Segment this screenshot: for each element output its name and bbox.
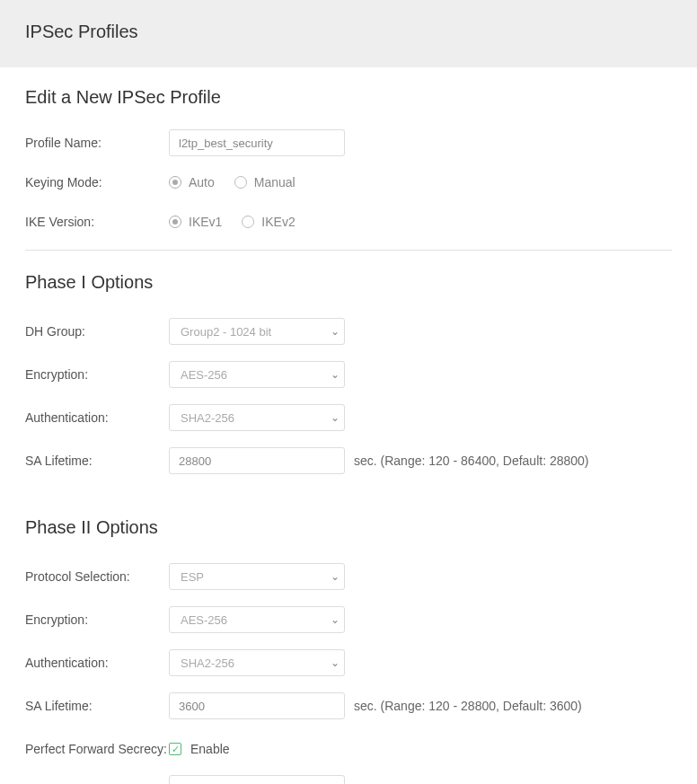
phase1-auth-value: SHA2-256 bbox=[181, 411, 234, 425]
keying-auto-label: Auto bbox=[189, 175, 215, 189]
phase1-title: Phase I Options bbox=[25, 272, 672, 293]
phase2-auth-value: SHA2-256 bbox=[181, 656, 234, 670]
ike-version-label: IKE Version: bbox=[25, 214, 169, 231]
radio-selected-icon bbox=[169, 176, 181, 189]
phase2-enc-value: AES-256 bbox=[181, 613, 227, 627]
phase1-enc-select[interactable]: AES-256 ⌄ bbox=[169, 361, 345, 388]
profile-name-input[interactable] bbox=[169, 129, 345, 156]
phase1-dh-label: DH Group: bbox=[25, 323, 169, 340]
phase1-auth-select[interactable]: SHA2-256 ⌄ bbox=[169, 404, 345, 431]
phase2-proto-label: Protocol Selection: bbox=[25, 568, 169, 586]
radio-unselected-icon bbox=[242, 216, 254, 228]
keying-mode-manual-radio[interactable]: Manual bbox=[234, 175, 296, 189]
ike-v1-radio[interactable]: IKEv1 bbox=[169, 215, 222, 229]
ike-v2-radio[interactable]: IKEv2 bbox=[242, 215, 295, 229]
phase1-auth-label: Authentication: bbox=[25, 410, 169, 427]
phase2-sa-label: SA Lifetime: bbox=[25, 698, 169, 715]
phase2-pfs-label: Perfect Forward Secrecy: bbox=[25, 741, 169, 758]
page-header: IPSec Profiles bbox=[0, 0, 697, 67]
ike-v2-label: IKEv2 bbox=[261, 215, 295, 229]
keying-mode-label: Keying Mode: bbox=[25, 174, 169, 191]
radio-unselected-icon bbox=[234, 176, 247, 189]
phase2-proto-value: ESP bbox=[181, 570, 204, 584]
phase2-sa-input[interactable] bbox=[169, 692, 345, 719]
divider bbox=[25, 250, 672, 251]
phase2-enc-label: Encryption: bbox=[25, 612, 169, 629]
radio-selected-icon bbox=[169, 216, 181, 228]
phase2-proto-select[interactable]: ESP ⌄ bbox=[169, 563, 345, 590]
phase1-sa-hint: sec. (Range: 120 - 86400, Default: 28800… bbox=[354, 454, 589, 468]
phase1-enc-value: AES-256 bbox=[181, 368, 227, 382]
keying-manual-label: Manual bbox=[254, 175, 296, 189]
check-icon: ✓ bbox=[172, 744, 180, 754]
phase1-dh-select[interactable]: Group2 - 1024 bit ⌄ bbox=[169, 318, 345, 345]
edit-section-title: Edit a New IPSec Profile bbox=[25, 87, 672, 108]
keying-mode-auto-radio[interactable]: Auto bbox=[169, 175, 215, 189]
pfs-enable-label: Enable bbox=[190, 742, 230, 756]
phase2-dh-select[interactable]: Group2 - 1024 bit ⌄ bbox=[169, 775, 345, 784]
phase2-auth-label: Authentication: bbox=[25, 655, 169, 672]
phase2-title: Phase II Options bbox=[25, 517, 672, 538]
phase1-dh-value: Group2 - 1024 bit bbox=[181, 325, 271, 339]
page-title: IPSec Profiles bbox=[25, 22, 672, 42]
ike-v1-label: IKEv1 bbox=[189, 215, 222, 229]
content: Edit a New IPSec Profile Profile Name: K… bbox=[0, 67, 697, 784]
profile-name-label: Profile Name: bbox=[25, 135, 169, 152]
phase1-enc-label: Encryption: bbox=[25, 366, 169, 383]
phase1-sa-input[interactable] bbox=[169, 447, 345, 474]
phase1-sa-label: SA Lifetime: bbox=[25, 453, 169, 470]
phase2-sa-hint: sec. (Range: 120 - 28800, Default: 3600) bbox=[354, 699, 582, 713]
phase2-auth-select[interactable]: SHA2-256 ⌄ bbox=[169, 649, 345, 676]
pfs-enable-checkbox[interactable]: ✓ bbox=[169, 743, 181, 755]
phase2-enc-select[interactable]: AES-256 ⌄ bbox=[169, 606, 345, 633]
phase2-dh-label: DH Group: bbox=[25, 780, 169, 784]
